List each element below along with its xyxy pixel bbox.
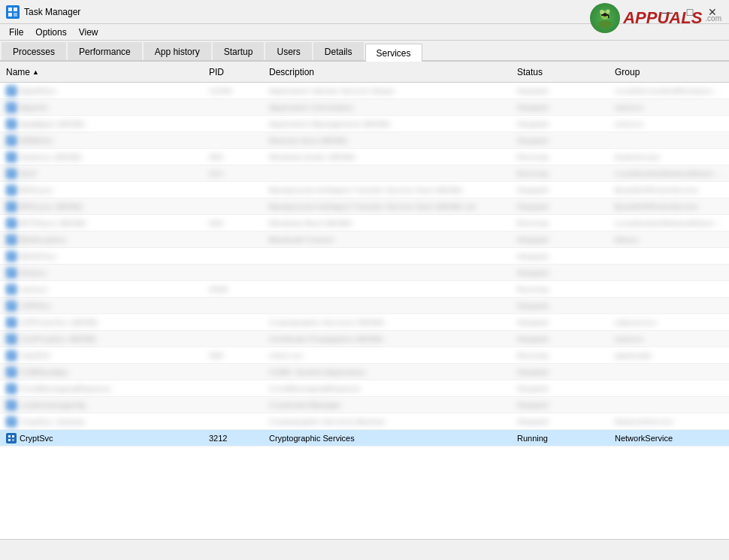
service-status: Stopped bbox=[514, 417, 612, 426]
service-pid: 2568 bbox=[206, 285, 266, 294]
svg-rect-81 bbox=[8, 373, 11, 375]
service-status: Stopped bbox=[514, 268, 612, 277]
service-name: CDPUserSvc (WOW) bbox=[20, 318, 98, 327]
tab-app-history[interactable]: App history bbox=[144, 42, 211, 60]
col-header-description[interactable]: Description bbox=[266, 67, 514, 77]
svg-rect-41 bbox=[8, 207, 11, 210]
service-icon bbox=[6, 86, 17, 96]
service-icon bbox=[6, 251, 17, 262]
service-group: NetworkService bbox=[612, 417, 726, 426]
service-pid: 12345 bbox=[206, 86, 266, 95]
service-desc: Application Information bbox=[266, 103, 514, 112]
table-row[interactable]: BFEsync (WOW) Background Intelligent Tra… bbox=[0, 198, 729, 215]
service-group: bthsvc bbox=[612, 235, 726, 244]
table-row[interactable]: Audiosrv (WOW) 400 Windows Audio (WOW) R… bbox=[0, 149, 729, 165]
table-row[interactable]: CDPUserSvc (WOW) Cryptographic Services … bbox=[0, 314, 729, 331]
service-name: BthAvctpSvc bbox=[20, 235, 66, 244]
svg-rect-18 bbox=[12, 108, 14, 110]
tab-processes[interactable]: Processes bbox=[2, 42, 66, 60]
table-row[interactable]: BthAvctpSvc Bluetooth Control Stopped bt… bbox=[0, 232, 729, 248]
tab-startup[interactable]: Startup bbox=[213, 42, 265, 60]
col-header-group[interactable]: Group bbox=[612, 67, 726, 77]
service-icon bbox=[6, 400, 17, 410]
table-row[interactable]: AppIDSvc 12345 Application Identity Serv… bbox=[0, 83, 729, 99]
service-group: BcastDVRUserService bbox=[612, 202, 726, 211]
svg-rect-67 bbox=[8, 319, 11, 322]
service-group: cdpusersvc bbox=[612, 318, 726, 327]
service-icon bbox=[6, 433, 17, 443]
service-name: creditsmanagerflg bbox=[20, 401, 85, 410]
svg-rect-70 bbox=[12, 323, 14, 325]
menu-view[interactable]: View bbox=[73, 26, 104, 39]
service-status: Stopped bbox=[514, 86, 612, 95]
svg-rect-94 bbox=[12, 422, 14, 425]
service-desc: Bluetooth Control bbox=[266, 235, 514, 244]
appuals-domain: .com bbox=[705, 14, 721, 23]
svg-rect-76 bbox=[12, 353, 14, 355]
service-status: Stopped bbox=[514, 252, 612, 261]
service-status: Running bbox=[514, 285, 612, 294]
svg-rect-58 bbox=[12, 274, 14, 276]
svg-rect-80 bbox=[12, 369, 14, 371]
service-desc: Remote Host (WOW) bbox=[266, 136, 514, 145]
svg-rect-90 bbox=[12, 406, 14, 408]
svg-rect-79 bbox=[8, 369, 11, 371]
table-row[interactable]: BITSSync (WOW) 400 Windows Boot (WOW) Ru… bbox=[0, 215, 729, 232]
service-name: AppMgmt (WOW) bbox=[20, 120, 85, 129]
svg-rect-78 bbox=[12, 356, 14, 359]
svg-rect-95 bbox=[8, 435, 11, 437]
service-status: Running bbox=[514, 434, 612, 443]
service-name: ARMXml bbox=[20, 136, 52, 145]
table-row[interactable]: AUX 312 Running LocalSystemNetworkRestri… bbox=[0, 165, 729, 182]
svg-rect-26 bbox=[12, 141, 14, 144]
table-row[interactable]: CryptSvc_backup Cryptographic Services B… bbox=[0, 413, 729, 430]
col-header-pid[interactable]: PID bbox=[206, 67, 266, 77]
table-row[interactable]: camsvc 2568 Running bbox=[0, 281, 729, 298]
svg-rect-57 bbox=[8, 274, 11, 276]
menu-options[interactable]: Options bbox=[29, 26, 72, 39]
menu-file[interactable]: File bbox=[3, 26, 29, 39]
table-row[interactable]: bthserv Stopped bbox=[0, 265, 729, 281]
tab-performance[interactable]: Performance bbox=[68, 42, 142, 60]
svg-rect-66 bbox=[12, 307, 14, 309]
table-row[interactable]: CDPSvc Stopped bbox=[0, 298, 729, 314]
tab-users[interactable]: Users bbox=[265, 42, 311, 60]
table-row[interactable]: BFEsync Background Intelligent Transfer … bbox=[0, 182, 729, 198]
svg-rect-42 bbox=[12, 207, 14, 210]
table-row[interactable]: ARMXml Remote Host (WOW) Stopped bbox=[0, 132, 729, 149]
svg-rect-64 bbox=[12, 303, 14, 305]
svg-rect-43 bbox=[8, 220, 11, 222]
table-row[interactable]: ClipSVC 368 client svc Running appmodel bbox=[0, 347, 729, 364]
appuals-text: APPUALS bbox=[623, 8, 702, 28]
svg-rect-93 bbox=[8, 422, 11, 425]
table-row-highlighted[interactable]: CryptSvc 3212 Cryptographic Services Run… bbox=[0, 430, 729, 446]
table-row[interactable]: COMSysApp COM+ System Application Stoppe… bbox=[0, 364, 729, 380]
table-row[interactable]: CertPropSvc (WOW) Certificate Propagatio… bbox=[0, 331, 729, 347]
col-header-name[interactable]: Name ▲ bbox=[3, 67, 206, 77]
service-pid: 400 bbox=[206, 153, 266, 162]
service-name: Appinfo bbox=[20, 103, 47, 112]
tab-services[interactable]: Services bbox=[365, 44, 422, 62]
svg-rect-88 bbox=[12, 402, 14, 404]
service-status: Running bbox=[514, 153, 612, 162]
table-row[interactable]: CoreMessagingRegistrar CoreMessagingRegi… bbox=[0, 380, 729, 397]
tab-details[interactable]: Details bbox=[313, 42, 364, 60]
tab-bar: Processes Performance App history Startu… bbox=[0, 41, 729, 62]
service-status: Running bbox=[514, 351, 612, 360]
svg-rect-61 bbox=[8, 290, 11, 292]
status-bar bbox=[0, 539, 729, 560]
service-name: ClipSVC bbox=[20, 351, 51, 360]
col-header-status[interactable]: Status bbox=[514, 67, 612, 77]
svg-rect-65 bbox=[8, 307, 11, 309]
table-row[interactable]: creditsmanagerflg Credential Manager Sto… bbox=[0, 397, 729, 413]
table-row[interactable]: Appinfo Application Information Stopped … bbox=[0, 99, 729, 116]
service-name: BFEsync (WOW) bbox=[20, 202, 83, 211]
svg-rect-32 bbox=[12, 171, 14, 173]
service-icon bbox=[6, 301, 17, 311]
service-name: Audiosrv (WOW) bbox=[20, 153, 82, 162]
svg-rect-85 bbox=[8, 389, 11, 392]
table-row[interactable]: BthHFSvc Stopped bbox=[0, 248, 729, 265]
table-row[interactable]: AppMgmt (WOW) Application Management (WO… bbox=[0, 116, 729, 132]
svg-rect-98 bbox=[12, 439, 14, 441]
svg-rect-23 bbox=[8, 138, 11, 140]
